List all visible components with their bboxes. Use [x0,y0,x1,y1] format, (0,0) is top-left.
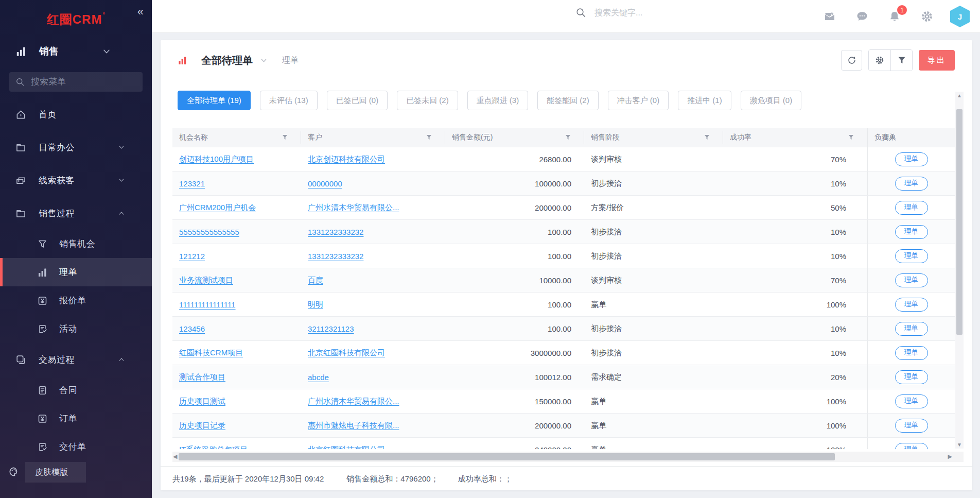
opportunity-link[interactable]: 123321 [179,179,205,188]
lidan-action-button[interactable]: 理单 [895,322,928,336]
refresh-button[interactable] [841,50,862,71]
skin-template-label[interactable]: 皮肤模版 [25,462,86,483]
opportunity-link[interactable]: 业务流测试项目 [179,276,233,285]
opportunity-link[interactable]: 创迈科技100用户项目 [179,154,254,164]
sidebar-search-input[interactable] [31,77,124,87]
customer-link[interactable]: 广州水清木华贸易有限公... [308,397,399,406]
opportunity-link[interactable]: 123456 [179,324,205,333]
scroll-right-icon[interactable]: ▶ [948,453,952,460]
sidebar-search[interactable] [9,72,143,92]
app: 红圈CRM° 销售 « 首页日常办公线索获客销售过程销售机会理单报价单活动交易过… [0,0,980,498]
customer-link[interactable]: 百度 [308,276,323,285]
vertical-scrollbar[interactable]: ▲ ▼ [955,92,964,449]
customer-link[interactable]: 北京创迈科技有限公司 [308,154,385,164]
sidebar-item-chart[interactable]: 理单 [0,258,152,286]
customer-link[interactable]: abcde [308,373,329,382]
filter-tab[interactable]: 濒危项目 (0) [741,91,802,110]
customer-link[interactable]: 北京红圈科技有限公司 [308,445,385,450]
sidebar-item-folders[interactable]: 线索获客 [0,164,152,197]
customer-link[interactable]: 明明 [308,300,323,310]
filter-tab[interactable]: 已签已回 (0) [327,91,388,110]
global-search-input[interactable] [594,8,672,18]
bell-wrap[interactable]: 1 [888,10,901,23]
filter-tab[interactable]: 冲击客户 (0) [608,91,669,110]
opportunity-link[interactable]: IT系统采购总包项目 [179,445,248,450]
lidan-action-button[interactable]: 理单 [895,225,928,239]
global-search[interactable] [575,7,672,18]
sidebar-item-doccheck[interactable]: 活动 [0,315,152,343]
customer-link[interactable]: 1331232333232 [308,252,363,261]
filter-funnel-icon[interactable] [848,134,854,141]
scroll-left-icon[interactable]: ◀ [173,453,177,460]
filter-funnel-icon[interactable] [704,134,710,141]
customer-link[interactable]: 广州水清木华贸易有限公... [308,203,399,213]
lidan-action-button[interactable]: 理单 [895,346,928,360]
opportunity-link[interactable]: 广州CRM200用户机会 [179,203,256,213]
avatar[interactable]: J [950,6,970,27]
cell-action: 理单 [867,438,955,449]
sidebar-item-doccheck[interactable]: 交付单 [0,433,152,461]
filter-funnel-icon[interactable] [565,134,571,141]
lidan-action-button[interactable]: 理单 [895,394,928,408]
customer-link[interactable]: 00000000 [308,179,342,188]
opportunity-link[interactable]: 55555555555555 [179,228,239,236]
filter-tab[interactable]: 重点跟进 (3) [467,91,529,110]
filter-funnel-icon[interactable] [282,134,288,141]
export-button[interactable]: 导出 [919,50,955,71]
gear-icon[interactable] [921,10,933,23]
scroll-down-icon[interactable]: ▼ [955,442,964,448]
amount-sum: 销售金额总和：4796200； [346,474,438,484]
page-title[interactable]: 全部待理单 [201,54,253,67]
customer-link[interactable]: 惠州市魅炫电子科技有限... [308,421,399,431]
cell-stage: 需求确定 [584,365,723,389]
sidebar-collapse-icon[interactable]: « [137,5,144,19]
sidebar-item-folder[interactable]: 销售过程 [0,197,152,230]
filter-funnel-icon[interactable] [426,134,432,141]
vertical-scrollbar-thumb[interactable] [956,109,962,335]
customer-link[interactable]: 32112321123 [308,324,354,333]
sidebar-item-squares[interactable]: 交易过程 [0,343,152,376]
lidan-action-button[interactable]: 理单 [895,249,928,263]
filter-tab[interactable]: 未评估 (13) [260,91,318,110]
filter-tab[interactable]: 推进中 (1) [678,91,731,110]
scroll-up-icon[interactable]: ▲ [955,93,964,98]
lidan-action-button[interactable]: 理单 [895,201,928,215]
filter-tab[interactable]: 已签未回 (2) [397,91,458,110]
opportunity-link[interactable]: 历史项目测试 [179,397,225,406]
lidan-action-button[interactable]: 理单 [895,370,928,384]
sidebar-item-yen[interactable]: 订单 [0,404,152,433]
filter-tab[interactable]: 全部待理单 (19) [178,91,251,110]
topbar-icons: 1 J [824,0,970,33]
lidan-action-button[interactable]: 理单 [895,152,928,166]
cell-action: 理单 [867,244,955,268]
opportunity-link[interactable]: 测试合作项目 [179,372,225,382]
horizontal-scrollbar-thumb[interactable] [179,453,835,460]
opportunity-link[interactable]: 121212 [179,252,205,261]
lidan-action-button[interactable]: 理单 [895,273,928,287]
horizontal-scrollbar[interactable]: ◀ ▶ [172,452,964,462]
lidan-action-button[interactable]: 理单 [895,443,928,450]
sidebar-item-home[interactable]: 首页 [0,98,152,131]
chevron-down-icon[interactable] [260,57,268,64]
mail-icon[interactable] [824,10,836,23]
filter-tab[interactable]: 能签能回 (2) [537,91,599,110]
opportunity-link[interactable]: 红圈科技CRM项目 [179,348,243,358]
sidebar-item-yen[interactable]: 报价单 [0,286,152,315]
sidebar-item-doc[interactable]: 合同 [0,376,152,404]
opportunity-link[interactable]: 111111111111111 [179,300,236,309]
lidan-action-button[interactable]: 理单 [895,177,928,191]
lidan-action-button[interactable]: 理单 [895,298,928,312]
sidebar-item-funnel[interactable]: 销售机会 [0,230,152,258]
lidan-action-button[interactable]: 理单 [895,419,928,433]
doccheck-icon [37,324,48,334]
opportunity-link[interactable]: 历史项目记录 [179,421,225,431]
chat-icon[interactable] [856,10,868,23]
module-selector[interactable]: 销售 [0,39,152,64]
customer-link[interactable]: 北京红圈科技有限公司 [308,348,385,358]
sidebar-item-skin-template[interactable]: 皮肤模版 [0,461,152,484]
settings-button[interactable] [869,50,890,71]
filter-button[interactable] [890,50,912,71]
cell-customer: abcde [301,365,445,389]
customer-link[interactable]: 1331232333232 [308,228,363,236]
sidebar-item-folder[interactable]: 日常办公 [0,131,152,164]
